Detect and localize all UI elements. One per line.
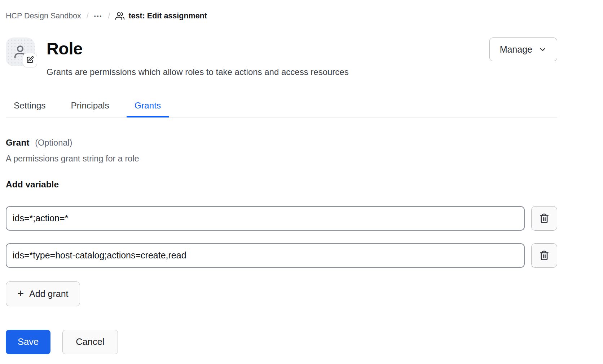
form-actions: Save Cancel <box>6 330 557 354</box>
breadcrumb-item-hcp-design-sandbox[interactable]: HCP Design Sandbox <box>6 12 81 21</box>
breadcrumb-separator: / <box>87 12 89 21</box>
breadcrumb-separator: / <box>108 12 110 21</box>
grant-input-1[interactable] <box>6 206 525 231</box>
tab-principals[interactable]: Principals <box>63 101 117 117</box>
grant-row <box>6 243 557 268</box>
grant-input-2[interactable] <box>6 243 525 268</box>
tab-bar: Settings Principals Grants <box>6 101 557 117</box>
page-header: Role Grants are permissions which allow … <box>6 37 557 77</box>
grants-form: Grant (Optional) A permissions grant str… <box>6 138 557 306</box>
role-grants-page: HCP Design Sandbox / ••• / test: Edit as… <box>0 0 603 354</box>
trash-icon <box>539 250 550 261</box>
trash-icon <box>539 213 550 224</box>
page-subtitle: Grants are permissions which allow roles… <box>47 67 349 77</box>
tab-settings[interactable]: Settings <box>6 101 54 117</box>
add-grant-label: Add grant <box>29 289 68 299</box>
breadcrumb-current-label: test: Edit assignment <box>128 12 207 21</box>
grant-label: Grant <box>6 138 29 147</box>
breadcrumb: HCP Design Sandbox / ••• / test: Edit as… <box>6 10 557 21</box>
breadcrumb-collapsed-items[interactable]: ••• <box>94 13 103 19</box>
edit-avatar-button[interactable] <box>23 53 37 67</box>
role-avatar <box>6 37 35 66</box>
grant-field-label: Grant (Optional) <box>6 138 557 148</box>
add-variable-label: Add variable <box>6 179 557 190</box>
grant-optional-label: (Optional) <box>35 138 72 147</box>
manage-button[interactable]: Manage <box>489 37 557 61</box>
tab-grants[interactable]: Grants <box>127 101 169 117</box>
chevron-down-icon <box>538 45 547 54</box>
users-icon <box>115 12 124 21</box>
delete-grant-button-2[interactable] <box>531 243 557 268</box>
breadcrumb-item-current: test: Edit assignment <box>115 12 207 21</box>
grant-helper-text: A permissions grant string for a role <box>6 154 557 164</box>
plus-icon: + <box>17 288 24 299</box>
cancel-button[interactable]: Cancel <box>62 330 118 354</box>
add-grant-button[interactable]: + Add grant <box>6 281 80 306</box>
grant-row <box>6 206 557 231</box>
delete-grant-button-1[interactable] <box>531 206 557 231</box>
edit-icon <box>26 56 34 65</box>
manage-button-label: Manage <box>500 44 532 55</box>
title-block: Role Grants are permissions which allow … <box>47 37 349 77</box>
page-title: Role <box>47 37 349 59</box>
save-button[interactable]: Save <box>6 330 50 354</box>
